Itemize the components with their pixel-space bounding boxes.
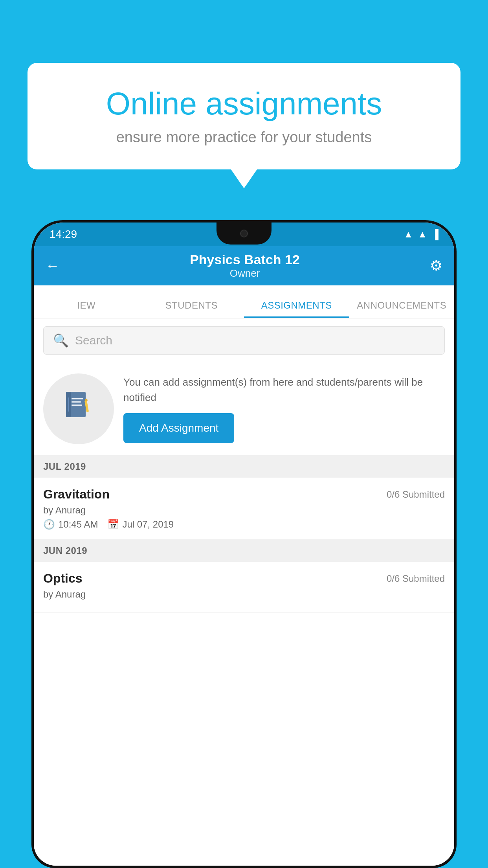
tab-item-students[interactable]: STUDENTS — [139, 300, 244, 318]
speech-bubble-subtitle: ensure more practice for your students — [55, 129, 433, 146]
back-button[interactable]: ← — [46, 257, 60, 274]
phone-frame: 14:29 ▲ ▲ ▐ ← Physics Batch 12 Owner ⚙ — [31, 220, 457, 868]
battery-icon: ▐ — [432, 229, 438, 240]
app-bar-title: Physics Batch 12 — [190, 252, 300, 267]
search-container: 🔍 Search — [34, 318, 454, 362]
tab-bar: IEW STUDENTS ASSIGNMENTS ANNOUNCEMENTS — [34, 285, 454, 318]
search-placeholder-text: Search — [75, 334, 112, 347]
signal-icon: ▲ — [418, 229, 427, 240]
assignment-time-gravitation: 10:45 AM — [58, 519, 98, 530]
assignment-date-gravitation: Jul 07, 2019 — [122, 519, 174, 530]
promo-icon-wrap — [43, 373, 114, 444]
meta-time-gravitation: 🕐 10:45 AM — [43, 519, 98, 530]
notch — [216, 223, 272, 245]
assignment-by-optics: by Anurag — [43, 589, 445, 600]
tab-item-assignments[interactable]: ASSIGNMENTS — [244, 300, 349, 318]
status-bar: 14:29 ▲ ▲ ▐ — [34, 223, 454, 246]
assignment-row1-gravitation: Gravitation 0/6 Submitted — [43, 487, 445, 502]
app-bar-subtitle: Owner — [190, 267, 300, 280]
promo-section: You can add assignment(s) from here and … — [34, 362, 454, 456]
assignment-meta-gravitation: 🕐 10:45 AM 📅 Jul 07, 2019 — [43, 519, 445, 530]
add-assignment-button[interactable]: Add Assignment — [123, 413, 234, 443]
svg-rect-7 — [85, 398, 88, 401]
assignment-name-optics: Optics — [43, 571, 83, 586]
clock-icon: 🕐 — [43, 519, 55, 530]
svg-rect-4 — [72, 401, 81, 403]
settings-icon[interactable]: ⚙ — [430, 257, 442, 274]
speech-bubble-container: Online assignments ensure more practice … — [28, 63, 460, 169]
assignment-by-gravitation: by Anurag — [43, 505, 445, 516]
status-bar-icons: ▲ ▲ ▐ — [404, 229, 438, 240]
notch-camera — [240, 230, 248, 237]
status-bar-time: 14:29 — [50, 228, 77, 241]
promo-right: You can add assignment(s) from here and … — [123, 375, 445, 443]
assignment-name-gravitation: Gravitation — [43, 487, 110, 502]
speech-bubble: Online assignments ensure more practice … — [28, 63, 460, 169]
calendar-icon: 📅 — [107, 519, 119, 530]
phone-screen: 14:29 ▲ ▲ ▐ ← Physics Batch 12 Owner ⚙ — [34, 223, 454, 866]
search-bar[interactable]: 🔍 Search — [43, 326, 445, 355]
notebook-icon — [63, 390, 94, 428]
promo-text: You can add assignment(s) from here and … — [123, 375, 445, 405]
assignment-item-gravitation[interactable]: Gravitation 0/6 Submitted by Anurag 🕐 10… — [34, 478, 454, 540]
wifi-icon: ▲ — [404, 229, 413, 240]
assignment-submitted-optics: 0/6 Submitted — [387, 573, 445, 584]
tab-item-announcements[interactable]: ANNOUNCEMENTS — [349, 300, 455, 318]
assignment-row1-optics: Optics 0/6 Submitted — [43, 571, 445, 586]
svg-rect-3 — [72, 398, 83, 399]
scrollable-content: 🔍 Search — [34, 318, 454, 866]
svg-rect-2 — [68, 397, 69, 412]
tab-item-iew[interactable]: IEW — [34, 300, 139, 318]
section-header-jun: JUN 2019 — [34, 540, 454, 562]
svg-rect-5 — [72, 405, 82, 406]
app-bar: ← Physics Batch 12 Owner ⚙ — [34, 246, 454, 285]
app-bar-title-container: Physics Batch 12 Owner — [190, 252, 300, 280]
assignment-item-optics[interactable]: Optics 0/6 Submitted by Anurag — [34, 562, 454, 613]
meta-date-gravitation: 📅 Jul 07, 2019 — [107, 519, 174, 530]
speech-bubble-title: Online assignments — [55, 86, 433, 121]
search-icon: 🔍 — [53, 333, 69, 348]
phone-inner: 14:29 ▲ ▲ ▐ ← Physics Batch 12 Owner ⚙ — [34, 223, 454, 866]
section-header-jul: JUL 2019 — [34, 456, 454, 478]
assignment-submitted-gravitation: 0/6 Submitted — [387, 489, 445, 500]
